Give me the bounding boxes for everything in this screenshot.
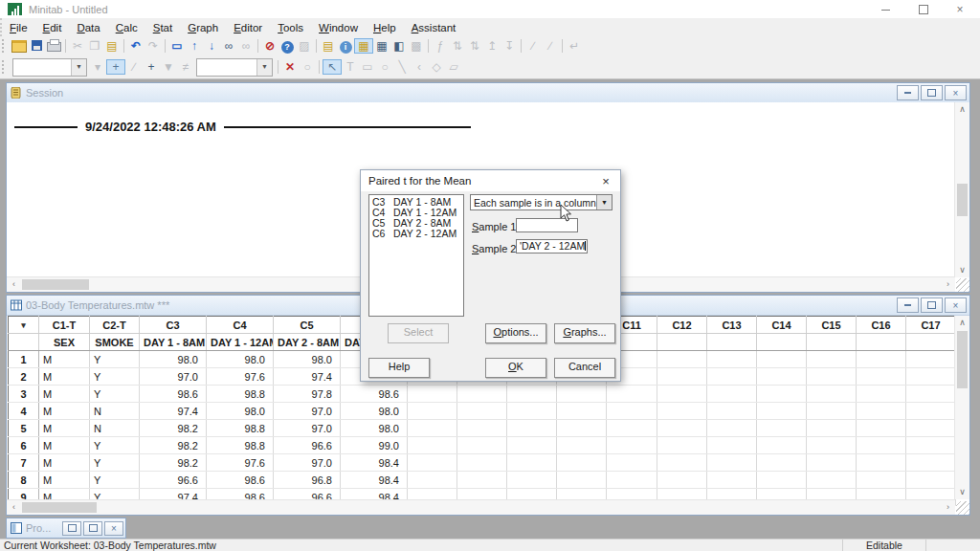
cell[interactable] (457, 472, 507, 489)
toolbar-grip-2[interactable] (2, 60, 8, 74)
cell[interactable]: M (39, 368, 90, 386)
cell[interactable] (857, 454, 906, 472)
cell[interactable] (707, 403, 757, 420)
cell[interactable]: 96.6 (274, 437, 341, 454)
menu-item[interactable]: Tools (270, 22, 311, 33)
cell[interactable] (707, 454, 757, 472)
cell[interactable] (757, 386, 807, 403)
cell[interactable]: 98.8 (207, 420, 274, 437)
menu-item[interactable]: Help (366, 22, 404, 33)
maximize-button[interactable] (909, 3, 938, 16)
not-equal-icon[interactable]: ≠ (177, 59, 194, 75)
cell[interactable] (657, 454, 707, 472)
cell[interactable] (657, 403, 707, 420)
cell[interactable] (906, 351, 956, 368)
cell[interactable]: 98.0 (341, 403, 408, 420)
cell[interactable]: M (39, 420, 90, 437)
resize-grip[interactable] (956, 501, 969, 515)
row-number[interactable]: 4 (9, 403, 39, 420)
cell[interactable]: 98.8 (207, 437, 274, 454)
cell[interactable] (906, 437, 956, 454)
menu-item[interactable]: Stat (145, 22, 180, 33)
item-select-combobox[interactable]: ▼ (12, 58, 87, 77)
cell[interactable] (607, 454, 657, 472)
cell[interactable]: 98.0 (140, 351, 207, 368)
scroll-thumb[interactable] (957, 184, 968, 216)
cell[interactable] (408, 454, 457, 472)
cell[interactable] (457, 420, 507, 437)
column-id[interactable]: C12 (657, 317, 707, 334)
cell[interactable]: 98.2 (140, 454, 207, 472)
delete-icon[interactable]: ✕ (281, 59, 299, 75)
row-number[interactable]: 5 (9, 420, 39, 437)
cell[interactable]: M (39, 351, 90, 368)
cell[interactable] (807, 454, 857, 472)
combo-arrow-icon-2[interactable]: ▼ (256, 59, 272, 76)
cell[interactable]: Y (90, 368, 140, 386)
menu-item[interactable]: Edit (35, 22, 70, 33)
cell[interactable]: 96.6 (140, 472, 207, 489)
session-restore-button[interactable] (921, 85, 943, 100)
session-vertical-scrollbar[interactable]: ∧ ∨ (954, 102, 969, 277)
cell[interactable]: 99.0 (341, 437, 408, 454)
row-number[interactable]: 1 (9, 351, 39, 368)
cell[interactable] (807, 472, 857, 489)
scroll-thumb[interactable] (957, 331, 968, 388)
cell[interactable]: 98.4 (341, 454, 408, 472)
select-tool-icon[interactable]: ↖ (323, 59, 342, 75)
cell[interactable]: 98.6 (140, 386, 207, 403)
worksheet-restore-button[interactable] (921, 298, 943, 313)
toolbar-grip[interactable] (2, 39, 8, 53)
ellipse-tool-icon[interactable]: ○ (376, 59, 393, 75)
cell[interactable] (757, 437, 807, 454)
region-tool-icon[interactable]: ▱ (445, 59, 462, 75)
scroll-left-icon[interactable]: ‹ (7, 277, 21, 292)
cell[interactable]: 97.4 (140, 403, 207, 420)
project-manager-titlebar[interactable]: Pro... × (7, 518, 125, 538)
cell[interactable]: 97.0 (274, 420, 341, 437)
menu-item[interactable]: Calc (108, 22, 145, 33)
worksheet-minimize-button[interactable] (897, 298, 919, 313)
dialog-titlebar[interactable]: Paired t for the Mean × (361, 170, 620, 191)
cell[interactable] (807, 420, 857, 437)
cell[interactable] (757, 351, 807, 368)
column-id[interactable]: C4 (207, 317, 274, 334)
cell[interactable] (807, 386, 857, 403)
cell[interactable] (557, 437, 607, 454)
cell[interactable] (906, 403, 956, 420)
cell[interactable]: 96.8 (274, 472, 341, 489)
split-left-icon[interactable]: ◧ (390, 38, 408, 54)
cell[interactable]: 98.6 (341, 386, 408, 403)
options-button[interactable]: Options... (485, 323, 546, 343)
cell[interactable]: 98.6 (207, 472, 274, 489)
cell[interactable] (408, 403, 457, 420)
save-project-icon[interactable] (28, 38, 45, 54)
session-close-button[interactable]: × (945, 85, 967, 100)
cell[interactable] (906, 472, 956, 489)
cell[interactable] (457, 437, 507, 454)
line-tool-icon[interactable]: ╲ (393, 59, 411, 75)
last-dialog-icon[interactable]: ↵ (566, 38, 583, 54)
cell[interactable]: 97.0 (274, 403, 341, 420)
print-icon[interactable] (45, 38, 62, 54)
cell[interactable]: M (39, 403, 90, 420)
cell[interactable] (507, 386, 557, 403)
stat-guide-icon[interactable]: ▨ (296, 38, 313, 54)
cell[interactable] (657, 472, 707, 489)
show-worksheets-folder-icon[interactable]: ▦ (354, 38, 373, 54)
cell[interactable]: M (39, 472, 90, 489)
column-name[interactable]: DAY 1 - 8AM (140, 334, 207, 351)
column-name[interactable] (707, 334, 757, 351)
column-id[interactable]: C14 (757, 317, 807, 334)
cell[interactable] (657, 386, 707, 403)
column-id[interactable]: C3 (140, 317, 207, 334)
cell[interactable]: M (39, 437, 90, 454)
cell[interactable] (607, 437, 657, 454)
filter-icon[interactable]: ▼ (160, 59, 177, 75)
cell[interactable] (707, 368, 757, 386)
column-id[interactable]: C15 (807, 317, 857, 334)
cell[interactable] (657, 351, 707, 368)
variable-item[interactable]: C6DAY 2 - 12AM (369, 229, 463, 239)
edit-item-icon[interactable]: + (106, 59, 125, 75)
cell[interactable]: 98.0 (341, 420, 408, 437)
